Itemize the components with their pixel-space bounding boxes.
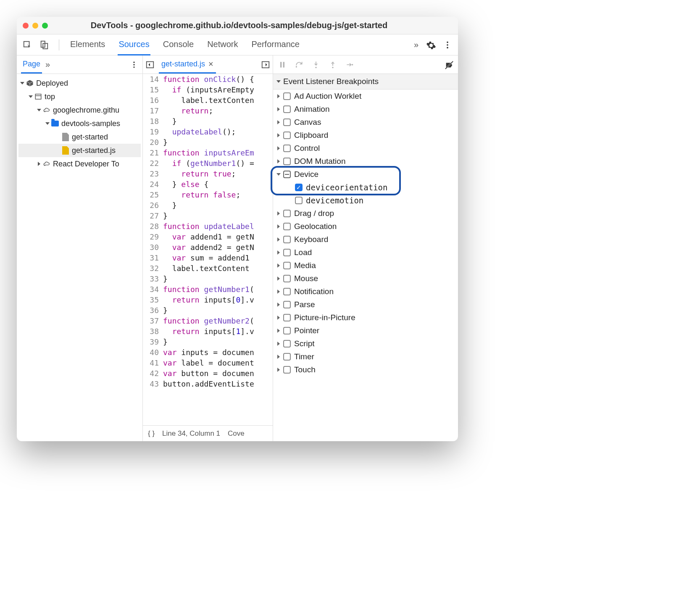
code-line[interactable]: function inputsAreEm [163,147,254,158]
tree-item[interactable]: get-started [18,130,141,144]
code-line[interactable]: function updateLabel [163,221,254,232]
code-line[interactable]: var addend1 = getN [163,232,254,242]
tree-item[interactable]: googlechrome.githu [18,103,141,117]
code-line[interactable]: return; [163,105,213,116]
breakpoint-category[interactable]: Animation [273,103,458,116]
line-number[interactable]: 32 [143,263,163,274]
checkbox[interactable] [283,223,291,230]
checkbox[interactable] [283,275,291,282]
code-line[interactable]: return false; [163,190,240,200]
breakpoint-category[interactable]: Picture-in-Picture [273,311,458,324]
code-line[interactable]: } [163,274,168,284]
breakpoint-category[interactable]: Notification [273,285,458,298]
code-line[interactable]: var label = document [163,358,254,368]
checkbox[interactable] [283,118,291,126]
code-line[interactable]: button.addEventListe [163,379,254,389]
breakpoint-category[interactable]: Load [273,246,458,259]
code-line[interactable]: function getNumber1( [163,284,254,295]
nav-forward-icon[interactable] [261,60,270,69]
line-number[interactable]: 41 [143,358,163,368]
breakpoint-category[interactable]: Control [273,142,458,155]
breakpoint-category[interactable]: Ad Auction Worklet [273,90,458,103]
breakpoints-section-header[interactable]: Event Listener Breakpoints [273,74,458,90]
code-line[interactable]: return true; [163,168,236,179]
code-line[interactable]: var sum = addend1 [163,253,254,263]
line-number[interactable]: 30 [143,242,163,253]
line-number[interactable]: 26 [143,200,163,211]
breakpoint-category[interactable]: Touch [273,363,458,376]
line-number[interactable]: 31 [143,253,163,263]
code-line[interactable]: label.textContent [163,263,250,274]
line-number[interactable]: 25 [143,190,163,200]
code-line[interactable]: } [163,200,177,211]
tree-item[interactable]: devtools-samples [18,117,141,130]
line-number[interactable]: 23 [143,168,163,179]
close-tab-icon[interactable]: × [208,59,213,69]
zoom-window-button[interactable] [42,23,48,29]
checkbox[interactable]: ✓ [295,184,303,191]
line-number[interactable]: 34 [143,284,163,295]
checkbox[interactable] [283,353,291,361]
line-number[interactable]: 18 [143,116,163,126]
checkbox[interactable] [283,236,291,243]
line-number[interactable]: 16 [143,95,163,105]
kebab-menu-icon[interactable] [443,40,452,50]
code-editor[interactable]: 14function onClick() {15 if (inputsAreEm… [143,74,273,425]
code-line[interactable]: } [163,116,177,126]
code-line[interactable]: } [163,137,168,147]
more-navigator-tabs-icon[interactable]: » [45,60,50,69]
step-into-icon[interactable] [312,61,320,69]
minimize-window-button[interactable] [32,23,38,29]
line-number[interactable]: 21 [143,147,163,158]
line-number[interactable]: 35 [143,295,163,305]
device-toggle-icon[interactable] [39,40,49,50]
code-line[interactable]: var addend2 = getN [163,242,254,253]
checkbox[interactable] [283,366,291,374]
code-line[interactable]: } [163,337,168,347]
line-number[interactable]: 43 [143,379,163,389]
panel-tab-performance[interactable]: Performance [251,34,301,55]
breakpoint-category[interactable]: Timer [273,350,458,363]
close-window-button[interactable] [23,23,29,29]
editor-tab[interactable]: get-started.js × [159,56,216,74]
breakpoint-category[interactable]: Canvas [273,116,458,129]
line-number[interactable]: 27 [143,211,163,221]
code-line[interactable]: updateLabel(); [163,126,236,137]
checkbox[interactable] [283,210,291,217]
deactivate-breakpoints-icon[interactable] [445,61,453,69]
breakpoint-category[interactable]: Device [273,168,458,181]
breakpoint-category[interactable]: Media [273,259,458,272]
code-line[interactable]: if (getNumber1() = [163,158,254,168]
checkbox[interactable] [283,158,291,165]
panel-tab-network[interactable]: Network [206,34,239,55]
line-number[interactable]: 15 [143,84,163,95]
breakpoint-category[interactable]: Keyboard [273,233,458,246]
step-over-icon[interactable] [295,61,303,69]
line-number[interactable]: 29 [143,232,163,242]
line-number[interactable]: 38 [143,326,163,337]
checkbox[interactable] [283,249,291,256]
code-line[interactable]: label.textConten [163,95,254,105]
tree-item[interactable]: React Developer To [18,157,141,171]
breakpoint-category[interactable]: Mouse [273,272,458,285]
line-number[interactable]: 42 [143,368,163,379]
breakpoint-category[interactable]: Script [273,337,458,350]
pause-icon[interactable] [278,61,287,69]
line-number[interactable]: 19 [143,126,163,137]
checkbox[interactable] [283,145,291,152]
tree-item[interactable]: top [18,90,141,103]
format-icon[interactable]: { } [148,429,155,438]
line-number[interactable]: 33 [143,274,163,284]
checkbox[interactable] [283,340,291,347]
line-number[interactable]: 37 [143,316,163,326]
breakpoint-category[interactable]: Parse [273,298,458,311]
line-number[interactable]: 39 [143,337,163,347]
breakpoint-category[interactable]: DOM Mutation [273,155,458,168]
code-line[interactable]: var button = documen [163,368,254,379]
step-icon[interactable] [345,61,354,69]
more-tabs-icon[interactable]: » [414,40,418,50]
checkbox[interactable] [295,197,303,204]
navigator-menu-icon[interactable] [130,61,138,69]
code-line[interactable]: } else { [163,179,208,190]
breakpoint-child-item[interactable]: ✓deviceorientation [273,181,458,194]
